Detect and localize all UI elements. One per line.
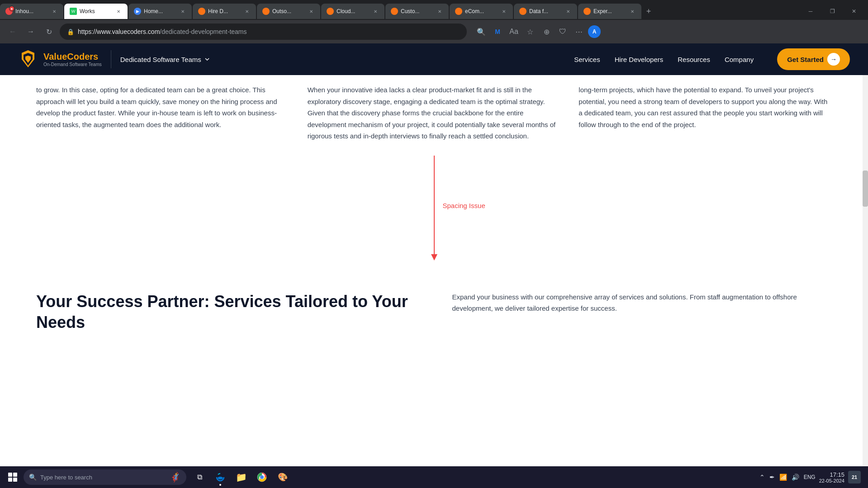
logo-name-2: Coders	[67, 52, 98, 62]
nav-divider	[111, 50, 111, 68]
main-content: to grow. In this case, opting for a dedi…	[0, 75, 868, 351]
tab-2-title: Works	[80, 8, 113, 14]
collections-icon[interactable]: ⊕	[539, 24, 554, 39]
tab-9[interactable]: Data f... ✕	[514, 4, 577, 19]
browser-chrome: ● Inhou... ✕ W Works ✕ ▶ Home... ✕ Hire …	[0, 0, 868, 43]
nav-link-services[interactable]: Services	[574, 56, 600, 63]
forward-button[interactable]: →	[24, 24, 38, 39]
col1-text: to grow. In this case, opting for a dedi…	[36, 84, 289, 142]
site-navigation: ValueCoders On-Demand Software Teams Ded…	[0, 43, 868, 75]
logo-name: ValueCoders	[43, 51, 102, 62]
toolbar-icons: 🔍 M Aa ☆ ⊕ 🛡 ⋯ A	[474, 24, 601, 39]
logo-name-1: Value	[43, 52, 67, 62]
back-button[interactable]: ←	[5, 24, 20, 39]
scroll-thumb[interactable]	[863, 171, 868, 207]
tab-3-title: Home...	[144, 8, 177, 14]
get-started-label: Get Started	[787, 56, 824, 63]
logo-tagline: On-Demand Software Teams	[43, 62, 102, 67]
three-column-section: to grow. In this case, opting for a dedi…	[0, 75, 868, 142]
tab-4[interactable]: Hire D... ✕	[193, 4, 256, 19]
window-controls: ─ ❐ ✕	[800, 4, 868, 19]
tab-7-close[interactable]: ✕	[436, 8, 443, 15]
get-started-arrow-icon: →	[827, 53, 840, 66]
tab-10-close[interactable]: ✕	[629, 8, 636, 15]
tab-8[interactable]: eCom... ✕	[450, 4, 513, 19]
bottom-heading: Your Success Partner: Services Tailored …	[36, 291, 416, 334]
tab-4-title: Hire D...	[208, 8, 242, 14]
logo-text: ValueCoders On-Demand Software Teams	[43, 51, 102, 67]
tab-7-title: Custo...	[401, 8, 434, 14]
tab-3-close[interactable]: ✕	[179, 8, 186, 15]
copilot-icon[interactable]: M	[490, 24, 505, 39]
search-toolbar-icon[interactable]: 🔍	[474, 24, 489, 39]
nav-link-resources[interactable]: Resources	[678, 56, 710, 63]
arrow-container: Spacing Issue	[434, 156, 435, 255]
tab-6-close[interactable]: ✕	[372, 8, 379, 15]
tab-1[interactable]: ● Inhou... ✕	[0, 4, 63, 19]
nav-link-hire-developers[interactable]: Hire Developers	[615, 56, 664, 63]
address-bar: ← → ↻ 🔒 https://www.valuecoders.com/dedi…	[0, 20, 868, 43]
page-title: Dedicated Software Teams	[120, 56, 201, 63]
tab-8-title: eCom...	[465, 8, 498, 14]
new-tab-button[interactable]: +	[642, 5, 655, 18]
restore-button[interactable]: ❐	[822, 4, 843, 19]
url-bar[interactable]: 🔒 https://www.valuecoders.com/dedicated-…	[60, 24, 467, 40]
refresh-button[interactable]: ↻	[42, 24, 56, 39]
logo-area: ValueCoders On-Demand Software Teams	[18, 49, 102, 69]
col2-text: When your innovative idea lacks a clear …	[308, 84, 561, 142]
tab-5[interactable]: Outso... ✕	[257, 4, 320, 19]
tab-1-close[interactable]: ✕	[51, 8, 58, 15]
tab-9-title: Data f...	[529, 8, 563, 14]
tab-5-close[interactable]: ✕	[308, 8, 315, 15]
nav-links: Services Hire Developers Resources Compa…	[574, 48, 850, 70]
tab-1-title: Inhou...	[15, 8, 49, 14]
tab-5-title: Outso...	[272, 8, 306, 14]
more-button[interactable]: ⋯	[572, 24, 586, 39]
read-aloud-icon[interactable]: Aa	[507, 24, 521, 39]
minimize-button[interactable]: ─	[800, 4, 821, 19]
bottom-section: Your Success Partner: Services Tailored …	[0, 282, 868, 352]
tab-2[interactable]: W Works ✕	[64, 4, 128, 19]
tab-8-close[interactable]: ✕	[500, 8, 508, 15]
spacing-arrow-line	[434, 156, 435, 255]
get-started-button[interactable]: Get Started →	[777, 48, 850, 70]
tab-7[interactable]: Custo... ✕	[385, 4, 449, 19]
bottom-description: Expand your business with our comprehens…	[452, 291, 832, 334]
favorites-icon[interactable]: ☆	[523, 24, 537, 39]
tab-6-title: Cloud...	[337, 8, 370, 14]
url-text: https://www.valuecoders.com/dedicated-de…	[78, 28, 460, 35]
spacing-annotation-area: Spacing Issue	[0, 142, 868, 282]
page-title-dropdown[interactable]: Dedicated Software Teams	[120, 56, 210, 63]
lock-icon: 🔒	[67, 28, 74, 35]
tab-4-close[interactable]: ✕	[243, 8, 251, 15]
browser-essentials-icon[interactable]: 🛡	[555, 24, 570, 39]
spacing-issue-label: Spacing Issue	[443, 201, 485, 209]
tab-6[interactable]: Cloud... ✕	[321, 4, 384, 19]
page-content: ValueCoders On-Demand Software Teams Ded…	[0, 43, 868, 351]
scrollbar[interactable]	[863, 43, 868, 351]
tab-10-title: Exper...	[593, 8, 627, 14]
logo-icon	[18, 49, 38, 69]
close-button[interactable]: ✕	[844, 4, 864, 19]
dropdown-arrow-icon	[204, 56, 210, 62]
profile-button[interactable]: A	[588, 25, 601, 38]
tab-9-close[interactable]: ✕	[564, 8, 572, 15]
arrow-head-icon	[431, 254, 437, 261]
nav-link-company[interactable]: Company	[725, 56, 754, 63]
tab-bar: ● Inhou... ✕ W Works ✕ ▶ Home... ✕ Hire …	[0, 0, 868, 20]
col3-text: long-term projects, which have the poten…	[579, 84, 832, 142]
tab-2-close[interactable]: ✕	[115, 8, 122, 15]
tab-3[interactable]: ▶ Home... ✕	[128, 4, 192, 19]
tab-10[interactable]: Exper... ✕	[578, 4, 641, 19]
